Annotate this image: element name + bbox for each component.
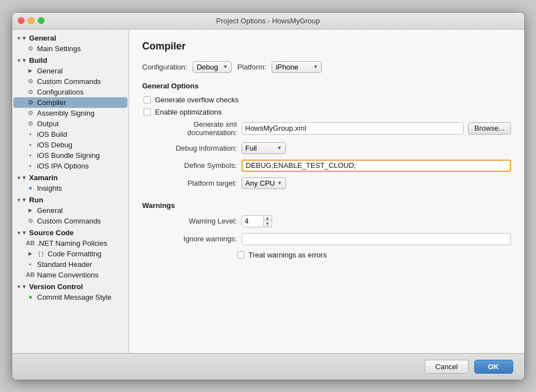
chevron-down-icon: ▼ bbox=[276, 145, 283, 151]
sidebar-item-insights[interactable]: Insights bbox=[13, 183, 127, 193]
sidebar-item-run-general[interactable]: ▶ General bbox=[13, 205, 127, 216]
sidebar-item-ios-ipa-options[interactable]: iOS IPA Options bbox=[13, 161, 127, 171]
square-icon bbox=[27, 162, 35, 170]
section-build[interactable]: ▼ Build bbox=[12, 54, 129, 66]
section-general[interactable]: ▼ General bbox=[12, 32, 129, 43]
section-general-arrow: ▼ bbox=[17, 35, 27, 41]
section-source-code[interactable]: ▼ Source Code bbox=[12, 226, 129, 238]
section-vc-label: Version Control bbox=[29, 282, 83, 291]
gear-icon bbox=[27, 77, 35, 85]
sidebar-item-ios-build[interactable]: iOS Build bbox=[13, 129, 127, 140]
ok-button[interactable]: OK bbox=[474, 360, 513, 374]
section-xamarin-arrow: ▼ bbox=[17, 175, 27, 181]
sidebar-item-assembly-signing[interactable]: Assembly Signing bbox=[13, 108, 127, 118]
close-button[interactable] bbox=[18, 17, 24, 24]
sidebar-item-label: Custom Commands bbox=[37, 77, 101, 86]
sidebar-item-label: Main Settings bbox=[37, 44, 81, 53]
cancel-button[interactable]: Cancel bbox=[425, 360, 468, 374]
sidebar-item-label: iOS IPA Options bbox=[37, 162, 89, 170]
gear-icon bbox=[27, 109, 35, 117]
warning-level-input[interactable] bbox=[242, 215, 264, 227]
minimize-button[interactable] bbox=[28, 17, 35, 24]
general-options-heading: General Options bbox=[142, 82, 511, 90]
main-window: Project Options - HowsMyGroup ▼ General … bbox=[12, 13, 524, 380]
sidebar-item-ios-debug[interactable]: iOS Debug bbox=[13, 140, 127, 150]
gear-icon bbox=[27, 120, 35, 127]
define-symbols-row: Define Symbols: bbox=[142, 160, 511, 172]
enable-optimizations-checkbox[interactable] bbox=[144, 108, 151, 116]
code-icon: { } bbox=[37, 250, 45, 257]
ignore-warnings-row: Ignore warnings: bbox=[142, 233, 511, 245]
ignore-warnings-input[interactable] bbox=[242, 233, 511, 245]
gear-icon bbox=[27, 44, 35, 52]
xml-doc-input[interactable] bbox=[242, 122, 464, 135]
sidebar-item-label: .NET Naming Policies bbox=[37, 239, 107, 247]
ab-icon: AB bbox=[27, 271, 35, 279]
xml-doc-label: Generate xml documentation: bbox=[142, 120, 237, 137]
sidebar-item-output[interactable]: Output bbox=[13, 118, 127, 129]
ignore-warnings-label: Ignore warnings: bbox=[142, 235, 237, 243]
footer: Cancel OK bbox=[12, 353, 524, 380]
sidebar-item-configurations[interactable]: Configurations bbox=[13, 87, 127, 97]
sidebar-item-standard-header[interactable]: Standard Header bbox=[13, 259, 127, 270]
section-source-code-arrow: ▼ bbox=[17, 230, 27, 236]
debug-info-select[interactable]: Full ▼ bbox=[242, 142, 286, 154]
sidebar-item-custom-commands[interactable]: Custom Commands bbox=[13, 76, 127, 87]
treat-warnings-label: Treat warnings as errors bbox=[249, 251, 327, 259]
sidebar-item-net-naming-policies[interactable]: AB .NET Naming Policies bbox=[13, 238, 127, 249]
sidebar-item-run-custom-commands[interactable]: Custom Commands bbox=[13, 216, 127, 226]
section-general-label: General bbox=[29, 34, 56, 42]
section-build-label: Build bbox=[29, 56, 47, 64]
spinner-up[interactable]: ▲ bbox=[264, 216, 272, 222]
section-source-code-label: Source Code bbox=[29, 229, 73, 237]
overflow-checks-checkbox[interactable] bbox=[144, 96, 151, 103]
warning-level-spinner: ▲ ▼ bbox=[242, 215, 272, 227]
define-symbols-label: Define Symbols: bbox=[142, 161, 237, 170]
chevron-down-icon: ▼ bbox=[276, 180, 283, 186]
section-version-control[interactable]: ▼ Version Control bbox=[12, 280, 129, 292]
sidebar-item-label: Configurations bbox=[37, 88, 84, 96]
sidebar-item-name-conventions[interactable]: AB Name Conventions bbox=[13, 270, 127, 280]
traffic-lights bbox=[18, 17, 45, 24]
section-vc-arrow: ▼ bbox=[17, 284, 27, 290]
section-xamarin-label: Xamarin bbox=[29, 173, 57, 182]
window-body: ▼ General Main Settings ▼ Build ▶ Genera… bbox=[12, 29, 524, 353]
sidebar: ▼ General Main Settings ▼ Build ▶ Genera… bbox=[12, 29, 129, 353]
sidebar-item-label: Assembly Signing bbox=[37, 109, 95, 117]
section-run[interactable]: ▼ Run bbox=[12, 193, 129, 205]
warning-level-label: Warning Level: bbox=[142, 217, 237, 225]
sidebar-item-ios-bundle-signing[interactable]: iOS Bundle Signing bbox=[13, 150, 127, 161]
ab-icon: AB bbox=[27, 239, 35, 247]
debug-info-value: Full bbox=[245, 144, 275, 152]
sidebar-item-label: Custom Commands bbox=[37, 217, 101, 225]
arrow-right-icon: ▶ bbox=[27, 250, 35, 257]
sidebar-item-build-general[interactable]: ▶ General bbox=[13, 66, 127, 76]
sidebar-item-label: General bbox=[37, 206, 63, 215]
platform-select[interactable]: iPhone ▼ bbox=[272, 61, 322, 73]
warning-level-row: Warning Level: ▲ ▼ bbox=[142, 215, 511, 227]
titlebar: Project Options - HowsMyGroup bbox=[12, 13, 524, 29]
maximize-button[interactable] bbox=[38, 17, 45, 24]
platform-target-select[interactable]: Any CPU ▼ bbox=[242, 177, 286, 189]
sidebar-item-label: iOS Build bbox=[37, 130, 67, 138]
define-symbols-input[interactable] bbox=[242, 160, 511, 172]
square-icon bbox=[27, 130, 35, 138]
sidebar-item-label: Standard Header bbox=[37, 260, 92, 269]
spinner-arrows: ▲ ▼ bbox=[264, 215, 272, 227]
platform-target-row: Platform target: Any CPU ▼ bbox=[142, 177, 511, 189]
sidebar-item-main-settings[interactable]: Main Settings bbox=[13, 43, 127, 54]
sidebar-item-label: Code Formatting bbox=[48, 250, 102, 258]
section-run-label: Run bbox=[29, 196, 43, 204]
browse-button[interactable]: Browse... bbox=[468, 122, 510, 135]
chevron-down-icon: ▼ bbox=[312, 64, 319, 70]
overflow-checks-label: Generate overflow checks bbox=[155, 96, 239, 104]
gear-icon bbox=[27, 88, 35, 96]
spinner-down[interactable]: ▼ bbox=[264, 221, 272, 227]
treat-warnings-checkbox[interactable] bbox=[237, 251, 244, 259]
section-xamarin[interactable]: ▼ Xamarin bbox=[12, 171, 129, 183]
sidebar-item-commit-message-style[interactable]: Commit Message Style bbox=[13, 292, 127, 302]
square-icon bbox=[27, 260, 35, 268]
configuration-select[interactable]: Debug ▼ bbox=[193, 61, 232, 73]
sidebar-item-compiler[interactable]: Compiler bbox=[13, 97, 127, 108]
sidebar-item-code-formatting[interactable]: ▶ { } Code Formatting bbox=[13, 249, 127, 259]
